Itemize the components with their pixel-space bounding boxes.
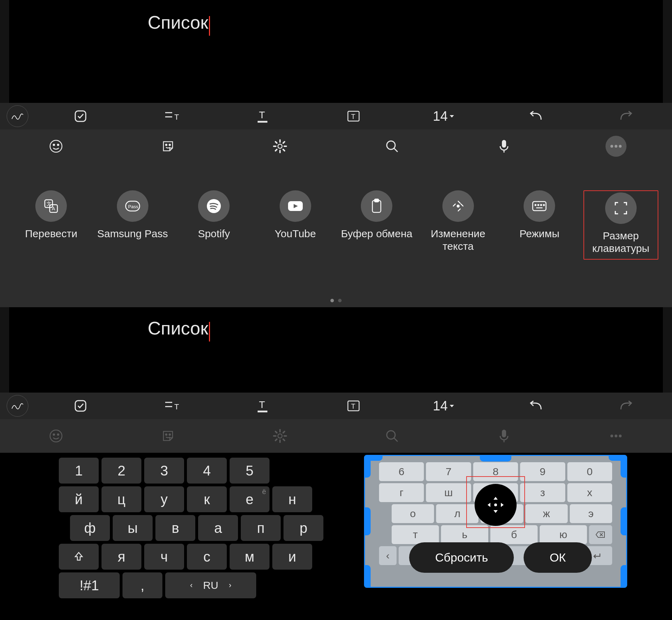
svg-text:T: T <box>259 110 265 120</box>
svg-text:文: 文 <box>47 201 51 206</box>
space-key[interactable]: ‹RU› <box>165 572 256 598</box>
redo-button[interactable] <box>581 400 672 411</box>
text-box-button[interactable]: T <box>308 400 399 412</box>
key-в[interactable]: в <box>155 515 195 541</box>
redo-button[interactable] <box>581 111 672 122</box>
shortcut-spotify[interactable]: Spotify <box>176 190 251 260</box>
shift-key[interactable] <box>59 544 99 570</box>
shortcut-clipboard[interactable]: Буфер обмена <box>339 190 414 260</box>
text-color-button[interactable]: T <box>217 109 308 123</box>
preview-key-ж: ж <box>525 504 568 523</box>
text-editor[interactable]: Список <box>127 307 545 393</box>
font-size-selector[interactable]: 14 <box>399 399 490 414</box>
resize-handle-top[interactable] <box>480 456 511 462</box>
keyboard-toolbar-disabled <box>0 419 672 453</box>
key-ц[interactable]: ц <box>102 486 141 512</box>
left-rail <box>0 307 9 393</box>
text-format-button[interactable]: T <box>126 400 217 412</box>
key-к[interactable]: к <box>187 486 227 512</box>
undo-button[interactable] <box>490 400 581 411</box>
emoji-button[interactable] <box>0 139 112 154</box>
preview-key-э: э <box>570 504 612 523</box>
key-й[interactable]: й <box>59 486 99 512</box>
settings-button[interactable] <box>224 139 336 154</box>
key-ч[interactable]: ч <box>144 544 184 570</box>
resize-handle-right[interactable] <box>621 507 626 535</box>
key-е[interactable]: её <box>230 486 270 512</box>
svg-point-32 <box>535 205 536 206</box>
svg-point-12 <box>169 144 170 146</box>
key-4[interactable]: 4 <box>187 458 227 484</box>
text-cursor <box>209 322 210 341</box>
svg-point-10 <box>57 144 59 146</box>
clipboard-icon <box>361 190 392 222</box>
more-button[interactable] <box>560 136 672 157</box>
shortcut-modes[interactable]: Режимы <box>502 190 577 260</box>
resize-handle-left[interactable] <box>365 507 371 535</box>
font-size-selector[interactable]: 14 <box>399 109 490 124</box>
key-5[interactable]: 5 <box>230 458 270 484</box>
preview-key-6: 6 <box>379 462 424 481</box>
split-keyboard: 12345 йцукеён фывапр ячсми !#1 , ‹RU› <box>0 453 672 620</box>
preview-key-7: 7 <box>426 462 471 481</box>
key-ф[interactable]: ф <box>70 515 110 541</box>
page-indicator <box>0 299 672 302</box>
right-rail <box>663 307 672 393</box>
svg-point-56 <box>619 435 622 437</box>
key-а[interactable]: а <box>198 515 238 541</box>
shortcut-label: Изменение текста <box>431 227 485 253</box>
key-с[interactable]: с <box>187 544 227 570</box>
handwriting-button[interactable] <box>0 105 35 127</box>
search-button[interactable] <box>336 139 448 154</box>
key-1[interactable]: 1 <box>59 458 99 484</box>
undo-button[interactable] <box>490 111 581 122</box>
text-editor[interactable]: Список <box>127 0 545 103</box>
typed-text: Список <box>148 318 208 338</box>
shortcut-youtube[interactable]: YouTube <box>258 190 333 260</box>
preview-key-9: 9 <box>520 462 565 481</box>
key-п[interactable]: п <box>241 515 281 541</box>
shortcut-samsung-pass[interactable]: Pass Samsung Pass <box>95 190 170 260</box>
editor-toolbar: T T T 14 <box>0 103 672 129</box>
key-м[interactable]: м <box>230 544 270 570</box>
svg-point-55 <box>615 435 617 437</box>
more-button <box>560 434 672 438</box>
svg-point-18 <box>615 145 617 148</box>
sticker-button <box>112 429 224 443</box>
comma-key[interactable]: , <box>122 572 162 598</box>
settings-button <box>224 428 336 444</box>
key-я[interactable]: я <box>102 544 141 570</box>
ok-button[interactable]: ОК <box>524 542 592 573</box>
shortcut-text-edit[interactable]: Изменение текста <box>421 190 496 260</box>
voice-button[interactable] <box>448 139 560 154</box>
key-2[interactable]: 2 <box>102 458 141 484</box>
key-и[interactable]: и <box>272 544 312 570</box>
shortcut-label: Размер клавиатуры <box>592 230 649 255</box>
keyboard-resize-overlay[interactable]: 67890 гшщзх олджэ тьбю ‹ RU› . <box>364 455 627 588</box>
key-у[interactable]: у <box>144 486 184 512</box>
text-box-button[interactable]: T <box>308 110 399 122</box>
key-р[interactable]: р <box>284 515 323 541</box>
svg-text:Pass: Pass <box>128 204 138 209</box>
svg-point-48 <box>166 434 167 435</box>
text-format-button[interactable]: T <box>126 110 217 122</box>
checklist-button[interactable] <box>35 109 126 123</box>
reset-button[interactable]: Сбросить <box>409 542 514 573</box>
preview-key-б: б <box>490 525 538 544</box>
emoji-button <box>0 429 112 443</box>
key-3[interactable]: 3 <box>144 458 184 484</box>
shortcut-keyboard-size[interactable]: Размер клавиатуры <box>583 190 658 260</box>
preview-key-х: х <box>567 483 612 502</box>
move-handle[interactable] <box>475 484 517 526</box>
checklist-button[interactable] <box>35 399 126 413</box>
language-label: RU <box>203 579 218 591</box>
left-rail <box>0 0 9 103</box>
sticker-button[interactable] <box>112 139 224 154</box>
key-н[interactable]: н <box>272 486 312 512</box>
svg-point-57 <box>494 503 497 506</box>
handwriting-button[interactable] <box>0 395 35 417</box>
text-color-button[interactable]: T <box>217 399 308 413</box>
symbol-key[interactable]: !#1 <box>59 572 120 598</box>
shortcut-translate[interactable]: 文A Перевести <box>14 190 89 260</box>
key-ы[interactable]: ы <box>113 515 153 541</box>
